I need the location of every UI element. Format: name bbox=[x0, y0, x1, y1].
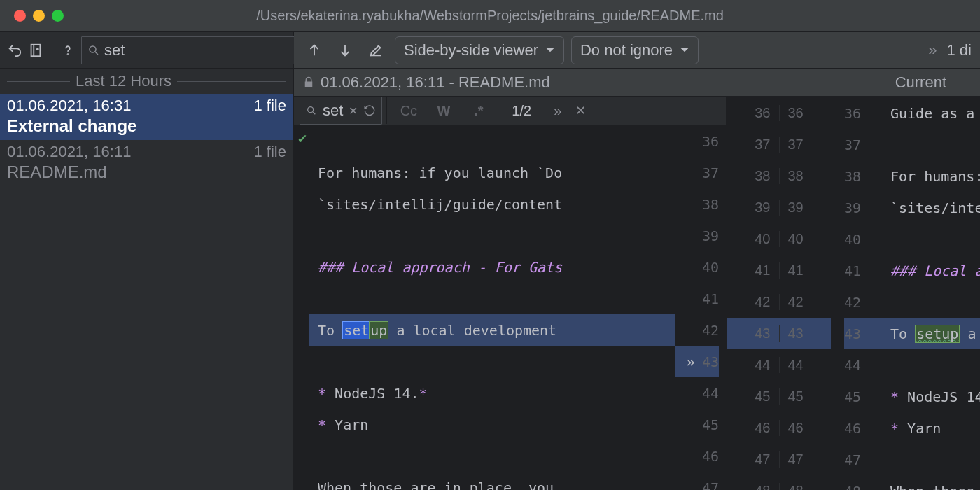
line-number: 37 bbox=[676, 157, 719, 188]
history-item-desc: External change bbox=[7, 116, 286, 136]
gutter-line: 3737 bbox=[727, 129, 831, 160]
gutter-line: 4242 bbox=[727, 286, 831, 318]
editor-row: set ✕ Cc W .* 1/2 » ✕ ✔ For humans: if y… bbox=[294, 97, 980, 490]
diff-toolbar: Side-by-side viewer Do not ignore » 1 di bbox=[294, 32, 980, 69]
search-icon bbox=[88, 44, 100, 57]
inspection-ok-icon: ✔ bbox=[298, 130, 307, 146]
line-number: 47 bbox=[676, 472, 719, 490]
history-item-desc: README.md bbox=[7, 162, 286, 182]
line-number: 48 bbox=[844, 475, 882, 490]
find-match-count: 1/2 bbox=[496, 103, 547, 119]
history-search-input[interactable] bbox=[104, 41, 297, 59]
code-line[interactable] bbox=[309, 346, 676, 377]
gutter-line: 4848 bbox=[727, 475, 831, 490]
line-number: 42 bbox=[844, 286, 882, 318]
code-line[interactable] bbox=[309, 220, 676, 251]
code-line[interactable] bbox=[309, 440, 676, 472]
line-number: 44 bbox=[844, 349, 882, 381]
clear-find-icon[interactable]: ✕ bbox=[349, 104, 358, 118]
history-item-files: 1 file bbox=[254, 143, 286, 161]
history-panel: ✕ Last 12 Hours 01.06.2021, 16:31 1 file… bbox=[0, 32, 294, 490]
help-icon[interactable] bbox=[60, 38, 76, 62]
ignore-mode-dropdown[interactable]: Do not ignore bbox=[571, 36, 699, 64]
search-icon bbox=[306, 105, 317, 116]
viewer-mode-dropdown[interactable]: Side-by-side viewer bbox=[395, 36, 564, 64]
pane-titles: 01.06.2021, 16:11 - README.md Current bbox=[294, 69, 980, 97]
right-code-area[interactable]: 36373839404142434445464748 Guide as a vF… bbox=[832, 97, 980, 490]
create-patch-icon[interactable] bbox=[28, 38, 43, 62]
history-item[interactable]: 01.06.2021, 16:11 1 file README.md bbox=[0, 140, 293, 186]
find-history-icon[interactable] bbox=[363, 104, 376, 117]
close-window-button[interactable] bbox=[14, 10, 26, 22]
code-line[interactable]: When those a bbox=[882, 475, 980, 490]
history-toolbar: ✕ bbox=[0, 32, 293, 69]
line-number: 39 bbox=[844, 192, 882, 223]
svg-point-1 bbox=[68, 54, 69, 55]
find-bar: set ✕ Cc W .* 1/2 » ✕ bbox=[294, 97, 726, 125]
gutter-line: 3838 bbox=[727, 160, 831, 192]
svg-rect-0 bbox=[31, 44, 41, 56]
code-line[interactable]: * NodeJS 14. bbox=[882, 381, 980, 412]
close-find-icon[interactable]: ✕ bbox=[568, 103, 593, 118]
code-line[interactable]: `sites/intellij/guide/content bbox=[309, 188, 676, 220]
diff-panel: Side-by-side viewer Do not ignore » 1 di… bbox=[294, 32, 980, 490]
line-number: 36 bbox=[844, 97, 882, 129]
find-field[interactable]: set ✕ bbox=[300, 97, 382, 125]
code-line[interactable] bbox=[882, 129, 980, 160]
viewer-mode-label: Side-by-side viewer bbox=[404, 41, 538, 59]
history-item[interactable]: 01.06.2021, 16:31 1 file External change bbox=[0, 94, 293, 140]
svg-point-3 bbox=[308, 107, 314, 113]
line-number: 36 bbox=[676, 125, 719, 157]
words-toggle[interactable]: W bbox=[426, 97, 461, 125]
code-line[interactable]: Guide as a v bbox=[882, 97, 980, 129]
gutter-line: 3636 bbox=[727, 97, 831, 129]
match-case-toggle[interactable]: Cc bbox=[391, 97, 426, 125]
code-line[interactable] bbox=[309, 125, 676, 157]
code-line[interactable]: To setup a l bbox=[882, 318, 980, 349]
code-line[interactable]: ### Local approach - For Gats bbox=[309, 251, 676, 283]
find-input[interactable]: set bbox=[323, 102, 343, 120]
left-code-area[interactable]: ✔ For humans: if you launch `Do`sites/in… bbox=[294, 125, 726, 490]
history-section-header: Last 12 Hours bbox=[0, 69, 293, 94]
code-line[interactable]: * Yarn bbox=[309, 409, 676, 440]
more-find-icon[interactable]: » bbox=[547, 103, 568, 119]
edit-icon[interactable] bbox=[364, 38, 388, 62]
code-line[interactable]: ### Local ap bbox=[882, 255, 980, 286]
gutter-line: 4343 bbox=[727, 318, 831, 349]
code-line[interactable] bbox=[882, 223, 980, 255]
code-line[interactable] bbox=[882, 349, 980, 381]
gutter-line: 3939 bbox=[727, 192, 831, 223]
line-number: 44 bbox=[676, 377, 719, 409]
diff-count: 1 di bbox=[947, 41, 972, 59]
line-number: 46 bbox=[844, 412, 882, 444]
code-line[interactable]: `sites/intel bbox=[882, 192, 980, 223]
maximize-window-button[interactable] bbox=[52, 10, 64, 22]
code-line[interactable] bbox=[309, 283, 676, 314]
line-number: 40 bbox=[844, 223, 882, 255]
code-line[interactable]: To set up a local development bbox=[309, 314, 676, 346]
revert-icon[interactable] bbox=[7, 38, 22, 62]
code-line[interactable]: For humans: if you launch `Do bbox=[309, 157, 676, 188]
code-line[interactable] bbox=[882, 286, 980, 318]
regex-toggle[interactable]: .* bbox=[461, 97, 496, 125]
window-controls bbox=[0, 10, 64, 22]
window-title: /Users/ekaterina.ryabukha/WebstormProjec… bbox=[256, 8, 724, 24]
line-number: 46 bbox=[676, 440, 719, 472]
code-line[interactable] bbox=[882, 444, 980, 475]
prev-diff-icon[interactable] bbox=[302, 38, 326, 62]
center-gutter: 3636373738383939404041414242434344444545… bbox=[727, 97, 832, 490]
next-diff-icon[interactable] bbox=[333, 38, 357, 62]
chevron-down-icon bbox=[545, 47, 555, 54]
code-line[interactable]: * Yarn bbox=[882, 412, 980, 444]
code-line[interactable]: For humans: bbox=[882, 160, 980, 192]
code-line[interactable]: * NodeJS 14.* bbox=[309, 377, 676, 409]
line-number: 37 bbox=[844, 129, 882, 160]
svg-point-2 bbox=[90, 46, 96, 52]
more-icon[interactable]: » bbox=[928, 41, 937, 59]
line-number: »43 bbox=[676, 346, 719, 377]
minimize-window-button[interactable] bbox=[33, 10, 45, 22]
code-line[interactable]: When those are in place you bbox=[309, 472, 676, 490]
line-number: 38 bbox=[676, 188, 719, 220]
line-number: 42 bbox=[676, 314, 719, 346]
divider bbox=[386, 97, 387, 124]
